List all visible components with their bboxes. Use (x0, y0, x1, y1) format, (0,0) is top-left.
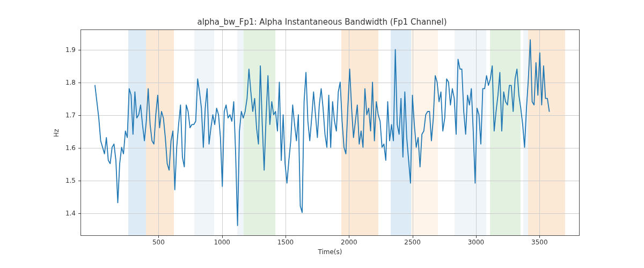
series-layer (81, 30, 579, 235)
chart-title: alpha_bw_Fp1: Alpha Instantaneous Bandwi… (0, 17, 644, 27)
chart-axes: 500100015002000250030003500 1.41.51.61.7… (80, 29, 580, 236)
x-tick-mark (222, 235, 223, 238)
y-tick-label: 1.9 (65, 46, 76, 54)
y-tick-mark (78, 50, 81, 50)
x-tick-label: 3000 (468, 239, 485, 246)
y-tick-mark (78, 83, 81, 83)
y-tick-label: 1.7 (65, 111, 76, 119)
x-axis-label: Time(s) (81, 248, 579, 256)
x-tick-mark (476, 235, 477, 238)
y-tick-mark (78, 148, 81, 148)
x-tick-label: 3500 (531, 239, 548, 246)
chart-figure: alpha_bw_Fp1: Alpha Instantaneous Bandwi… (0, 0, 644, 268)
y-tick-mark (78, 213, 81, 214)
x-tick-mark (349, 235, 349, 238)
x-tick-mark (158, 235, 159, 238)
y-tick-label: 1.6 (65, 144, 76, 152)
y-tick-label: 1.4 (65, 210, 76, 217)
x-tick-label: 2000 (341, 239, 357, 246)
y-tick-label: 1.5 (65, 177, 76, 184)
x-tick-label: 1000 (214, 239, 230, 246)
y-axis-label: Hz (53, 129, 60, 137)
y-tick-mark (78, 181, 81, 181)
y-tick-mark (78, 115, 81, 116)
plot-area (81, 30, 579, 235)
y-tick-label: 1.8 (65, 79, 76, 86)
x-tick-mark (286, 235, 286, 238)
x-tick-label: 500 (152, 239, 165, 246)
series-line (95, 40, 550, 226)
x-tick-mark (413, 235, 413, 238)
x-tick-label: 1500 (277, 239, 294, 246)
x-tick-label: 2500 (404, 239, 421, 246)
x-tick-mark (539, 235, 540, 238)
